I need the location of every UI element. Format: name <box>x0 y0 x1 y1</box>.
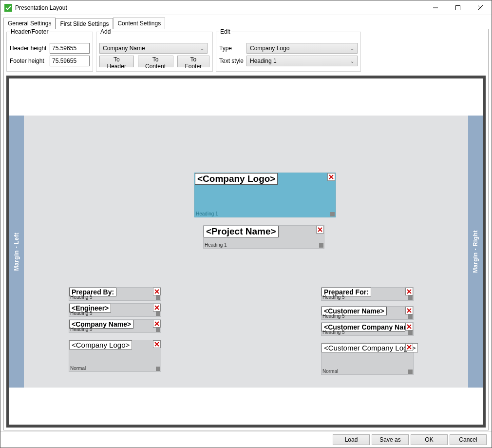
resize-grip[interactable] <box>408 295 413 300</box>
window-title: Presentation Layout <box>15 4 67 11</box>
group-legend: Add <box>99 28 112 35</box>
header-height-input[interactable] <box>50 43 90 54</box>
layout-item-title: <Company Logo> <box>195 173 278 185</box>
layout-item-style: Heading 5 <box>70 327 93 332</box>
edit-style-value: Heading 1 <box>250 58 277 64</box>
layout-item-project-name[interactable]: <Project Name>Heading 1 <box>203 225 324 249</box>
delete-icon[interactable] <box>405 343 413 351</box>
resize-grip[interactable] <box>156 367 160 371</box>
edit-type-combo[interactable]: Company Logo ⌄ <box>246 43 358 54</box>
chevron-down-icon: ⌄ <box>200 46 204 51</box>
edit-style-combo[interactable]: Heading 1 ⌄ <box>246 56 358 66</box>
add-type-combo[interactable]: Company Name ⌄ <box>99 43 208 54</box>
resize-grip[interactable] <box>156 328 160 332</box>
resize-grip[interactable] <box>408 331 413 335</box>
preview-container: Margin - Left Margin - Right <Company Lo… <box>6 76 486 428</box>
load-button[interactable]: Load <box>333 434 370 445</box>
layout-item-company-name[interactable]: <Company Name>Heading 5 <box>69 319 161 333</box>
ok-button[interactable]: OK <box>411 434 448 445</box>
footer-height-label: Footer height <box>10 58 47 64</box>
to-header-button[interactable]: To Header <box>99 56 134 67</box>
layout-item-prepared-by[interactable]: Prepared By:Heading 5 <box>69 287 161 301</box>
group-legend: Header/Footer <box>10 28 49 35</box>
layout-item-prepared-for[interactable]: Prepared For:Heading 5 <box>321 287 414 301</box>
tab-content-settings[interactable]: Content Settings <box>113 18 165 29</box>
layout-item-style: Normal <box>70 366 86 371</box>
slide-preview[interactable]: Margin - Left Margin - Right <Company Lo… <box>9 78 483 425</box>
layout-item-customer-company-name[interactable]: <Customer Company Name>Heading 5 <box>321 322 414 336</box>
margin-left-label: Margin - Left <box>13 233 20 271</box>
layout-item-engineer[interactable]: <Engineer>Heading 5 <box>69 303 161 317</box>
svg-rect-1 <box>456 5 460 10</box>
layout-item-title: <Company Logo> <box>69 340 132 350</box>
to-footer-button[interactable]: To Footer <box>177 56 209 67</box>
delete-icon[interactable] <box>405 288 413 295</box>
layout-item-style: Heading 5 <box>322 313 345 319</box>
margin-right-bar: Margin - Right <box>468 116 483 388</box>
layout-item-title: <Project Name> <box>204 226 279 237</box>
title-bar: Presentation Layout <box>0 0 492 15</box>
margin-left-bar: Margin - Left <box>9 116 24 388</box>
resize-grip[interactable] <box>319 243 323 248</box>
chevron-down-icon: ⌄ <box>350 58 354 64</box>
tab-bar: General Settings First Slide Settings Co… <box>0 15 492 29</box>
delete-icon[interactable] <box>153 288 161 295</box>
save-as-button[interactable]: Save as <box>372 434 409 445</box>
layout-item-customer-company-logo[interactable]: <Customer Company Logo>Normal <box>321 343 414 375</box>
maximize-button[interactable] <box>447 0 469 15</box>
slide-canvas[interactable]: Margin - Left Margin - Right <Company Lo… <box>9 116 483 388</box>
edit-type-value: Company Logo <box>250 45 289 52</box>
resize-grip[interactable] <box>408 370 413 374</box>
app-icon <box>4 4 12 12</box>
group-edit: Edit Type Company Logo ⌄ Text style Head… <box>216 32 361 72</box>
group-header-footer: Header/Footer Header height Footer heigh… <box>6 32 93 72</box>
tab-first-slide-settings[interactable]: First Slide Settings <box>56 18 113 29</box>
layout-item-company-logo[interactable]: <Company Logo>Heading 1 <box>194 173 336 217</box>
delete-icon[interactable] <box>153 304 161 312</box>
layout-item-style: Heading 1 <box>196 211 218 216</box>
layout-item-style: Heading 5 <box>70 311 93 316</box>
resize-grip[interactable] <box>156 312 160 316</box>
delete-icon[interactable] <box>316 226 324 234</box>
dialog-footer: Load Save as OK Cancel <box>0 431 492 448</box>
layout-item-company-logo-small[interactable]: <Company Logo>Normal <box>69 340 161 372</box>
delete-icon[interactable] <box>405 307 413 314</box>
delete-icon[interactable] <box>327 173 335 181</box>
layout-item-title: <Customer Company Logo> <box>322 343 418 352</box>
to-content-button[interactable]: To Content <box>138 56 173 67</box>
resize-grip[interactable] <box>156 295 160 300</box>
window-controls <box>424 0 492 15</box>
layout-item-style: Heading 1 <box>205 242 227 248</box>
edit-type-label: Type <box>219 45 244 52</box>
delete-icon[interactable] <box>405 323 413 331</box>
layout-item-customer-name[interactable]: <Customer Name>Heading 5 <box>321 306 414 320</box>
group-add: Add Company Name ⌄ To Header To Content … <box>96 32 213 72</box>
minimize-button[interactable] <box>424 0 447 15</box>
header-height-label: Header height <box>10 45 47 52</box>
resize-grip[interactable] <box>408 314 413 319</box>
tab-panel: Header/Footer Header height Footer heigh… <box>3 29 489 430</box>
layout-item-style: Heading 5 <box>322 330 345 335</box>
margin-right-label: Margin - Right <box>472 230 479 273</box>
tab-general-settings[interactable]: General Settings <box>3 18 56 29</box>
group-legend: Edit <box>219 28 231 35</box>
layout-item-style: Heading 5 <box>70 294 93 300</box>
resize-grip[interactable] <box>330 212 335 216</box>
layout-item-style: Heading 5 <box>322 294 345 300</box>
add-type-value: Company Name <box>103 45 145 52</box>
delete-icon[interactable] <box>153 340 161 348</box>
edit-style-label: Text style <box>219 58 244 64</box>
cancel-button[interactable]: Cancel <box>450 434 487 445</box>
delete-icon[interactable] <box>153 320 161 328</box>
footer-height-input[interactable] <box>50 56 90 66</box>
close-button[interactable] <box>469 0 492 15</box>
chevron-down-icon: ⌄ <box>350 46 354 51</box>
layout-item-style: Normal <box>322 369 338 374</box>
